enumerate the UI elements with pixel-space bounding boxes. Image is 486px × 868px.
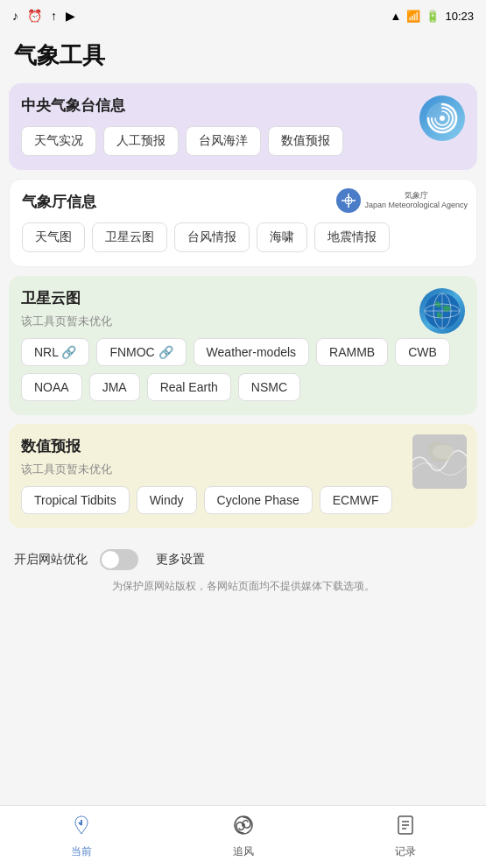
time-display: 10:23 — [445, 10, 474, 23]
jma-section: 気象庁Japan Meteorological Agency 气象厅信息 天气图… — [9, 179, 477, 267]
battery-icon: 🔋 — [426, 10, 440, 23]
jma-logo: 気象庁Japan Meteorological Agency — [336, 188, 468, 213]
globe-icon — [419, 288, 465, 334]
tag-cwb[interactable]: CWB — [395, 338, 450, 366]
upload-icon: ↑ — [51, 9, 57, 23]
page-title: 气象工具 — [0, 32, 486, 83]
tag-earthquake[interactable]: 地震情报 — [314, 222, 390, 252]
nav-record[interactable]: 记录 — [324, 808, 486, 866]
typhoon-nav-icon — [233, 815, 254, 841]
tag-jma[interactable]: JMA — [89, 373, 140, 401]
nav-current[interactable]: 当前 — [0, 808, 162, 866]
numerical-subtitle: 该工具页暂未优化 — [21, 462, 465, 477]
tag-satellite-cloud[interactable]: 卫星云图 — [92, 222, 167, 252]
tag-rammb[interactable]: RAMMB — [316, 338, 388, 366]
jma-tags: 天气图 卫星云图 台风情报 海啸 地震情报 — [22, 222, 464, 252]
tag-nsmc[interactable]: NSMC — [238, 373, 300, 401]
central-met-tags: 天气实况 人工预报 台风海洋 数值预报 — [21, 126, 465, 156]
satellite-title: 卫星云图 — [21, 288, 465, 308]
tag-weather-status[interactable]: 天气实况 — [21, 126, 96, 156]
status-left-icons: ♪ ⏰ ↑ ▶ — [12, 9, 75, 23]
tag-typhoon-info[interactable]: 台风情报 — [174, 222, 250, 252]
tag-nrl[interactable]: NRL 🔗 — [21, 338, 89, 366]
record-icon — [395, 815, 416, 841]
tag-windy[interactable]: Windy — [137, 486, 197, 514]
bottom-controls: 开启网站优化 更多设置 — [0, 537, 486, 575]
numerical-section: 数值预报 该工具页暂未优化 Tropical Tidbits Windy Cyc… — [9, 424, 477, 528]
tag-tropical-tidbits[interactable]: Tropical Tidbits — [21, 486, 130, 514]
current-icon — [71, 815, 92, 841]
svg-point-1 — [440, 116, 445, 121]
tag-tsunami[interactable]: 海啸 — [257, 222, 307, 252]
tag-weather-models[interactable]: Weather-models — [194, 338, 309, 366]
numerical-title: 数值预报 — [21, 436, 465, 456]
svg-point-14 — [242, 823, 245, 827]
music-icon: ♪ — [12, 9, 18, 23]
bottom-nav: 当前 追风 记录 — [0, 805, 486, 868]
status-right: ▲ 📶 🔋 10:23 — [391, 10, 474, 23]
central-met-section: 中央气象台信息 天气实况 人工预报 台风海洋 数值预报 — [9, 83, 477, 170]
signal-icon: 📶 — [406, 10, 420, 23]
optimization-toggle[interactable] — [100, 549, 138, 570]
nav-record-label: 记录 — [395, 844, 416, 859]
tag-manual-forecast[interactable]: 人工预报 — [103, 126, 179, 156]
nav-current-label: 当前 — [71, 844, 92, 859]
clock-icon: ⏰ — [27, 9, 42, 23]
tag-fnmoc[interactable]: FNMOC 🔗 — [96, 338, 186, 366]
play-icon: ▶ — [66, 9, 75, 23]
tag-noaa[interactable]: NOAA — [21, 373, 82, 401]
tag-ecmwf[interactable]: ECMWF — [320, 486, 392, 514]
satellite-thumbnail — [412, 434, 467, 489]
tag-numerical-forecast[interactable]: 数值预报 — [268, 126, 343, 156]
jma-text: 気象庁Japan Meteorological Agency — [364, 191, 468, 210]
tag-cyclone-phase[interactable]: Cyclone Phase — [204, 486, 313, 514]
content-spacer — [0, 608, 486, 678]
numerical-tags: Tropical Tidbits Windy Cyclone Phase ECM… — [21, 486, 465, 514]
nav-typhoon-label: 追风 — [233, 844, 254, 859]
nav-typhoon[interactable]: 追风 — [162, 808, 324, 866]
central-met-title: 中央气象台信息 — [21, 95, 465, 116]
more-settings-label[interactable]: 更多设置 — [156, 552, 205, 568]
wifi-icon: ▲ — [391, 10, 402, 23]
central-met-logo — [419, 95, 465, 141]
satellite-subtitle: 该工具页暂未优化 — [21, 314, 465, 329]
toggle-label: 开启网站优化 — [14, 552, 88, 568]
tag-weather-map[interactable]: 天气图 — [22, 222, 85, 252]
tag-real-earth[interactable]: Real Earth — [147, 373, 231, 401]
bottom-notice: 为保护原网站版权，各网站页面均不提供媒体下载选项。 — [0, 575, 486, 608]
status-bar: ♪ ⏰ ↑ ▶ ▲ 📶 🔋 10:23 — [0, 0, 486, 32]
jma-logo-icon — [336, 188, 361, 213]
satellite-tags: NRL 🔗 FNMOC 🔗 Weather-models RAMMB CWB N… — [21, 338, 465, 401]
tag-typhoon-ocean[interactable]: 台风海洋 — [186, 126, 261, 156]
satellite-section: 卫星云图 该工具页暂未优化 NRL 🔗 FNMOC 🔗 Weather-mode… — [9, 276, 477, 415]
